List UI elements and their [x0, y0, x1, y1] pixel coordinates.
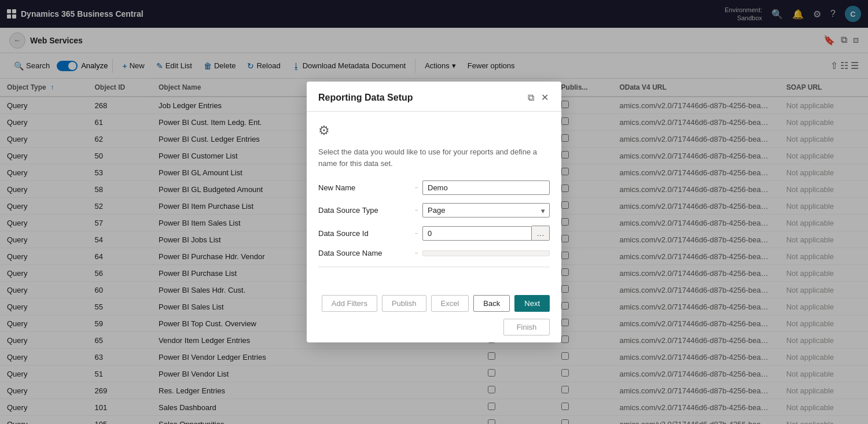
- modal-title: Reporting Data Setup: [318, 93, 413, 103]
- modal-header: Reporting Data Setup ⧉ ✕: [307, 82, 561, 112]
- add-filters-button[interactable]: Add Filters: [322, 295, 377, 312]
- data-source-name-readonly: [422, 250, 550, 256]
- gear-icon-modal: ⚙: [318, 123, 550, 138]
- modal-header-icons: ⧉ ✕: [527, 91, 550, 104]
- publish-button[interactable]: Publish: [382, 295, 426, 312]
- data-source-id-row: Data Source Id …: [318, 226, 550, 241]
- finish-button[interactable]: Finish: [503, 319, 550, 335]
- data-source-id-lookup-button[interactable]: …: [532, 226, 550, 241]
- data-source-id-input[interactable]: [422, 226, 532, 241]
- modal-body: ⚙ Select the data you would like to use …: [307, 112, 561, 288]
- data-source-id-wrap: …: [422, 226, 550, 241]
- modal-overlay: Reporting Data Setup ⧉ ✕ ⚙ Select the da…: [0, 0, 868, 424]
- modal-description: Select the data you would like to use fo…: [318, 146, 550, 169]
- modal-separator: [318, 267, 550, 267]
- data-source-type-row: Data Source Type Page Query Table ▾: [318, 203, 550, 217]
- modal-close-button[interactable]: ✕: [540, 91, 550, 104]
- data-source-id-label: Data Source Id: [318, 229, 411, 238]
- excel-button[interactable]: Excel: [431, 295, 469, 312]
- data-source-type-label: Data Source Type: [318, 206, 411, 215]
- data-source-name-label: Data Source Name: [318, 249, 411, 257]
- data-source-name-row: Data Source Name: [318, 249, 550, 257]
- data-source-type-select[interactable]: Page Query Table: [422, 203, 550, 217]
- data-source-type-select-wrap: Page Query Table ▾: [422, 203, 550, 217]
- next-button[interactable]: Next: [514, 295, 550, 312]
- modal-expand-button[interactable]: ⧉: [527, 91, 535, 104]
- reporting-data-setup-modal: Reporting Data Setup ⧉ ✕ ⚙ Select the da…: [307, 82, 561, 342]
- new-name-input[interactable]: [422, 180, 550, 195]
- modal-footer: Add Filters Publish Excel Back Next Fini…: [307, 288, 561, 342]
- new-name-row: New Name: [318, 180, 550, 195]
- back-button-modal[interactable]: Back: [473, 295, 510, 312]
- new-name-label: New Name: [318, 183, 411, 192]
